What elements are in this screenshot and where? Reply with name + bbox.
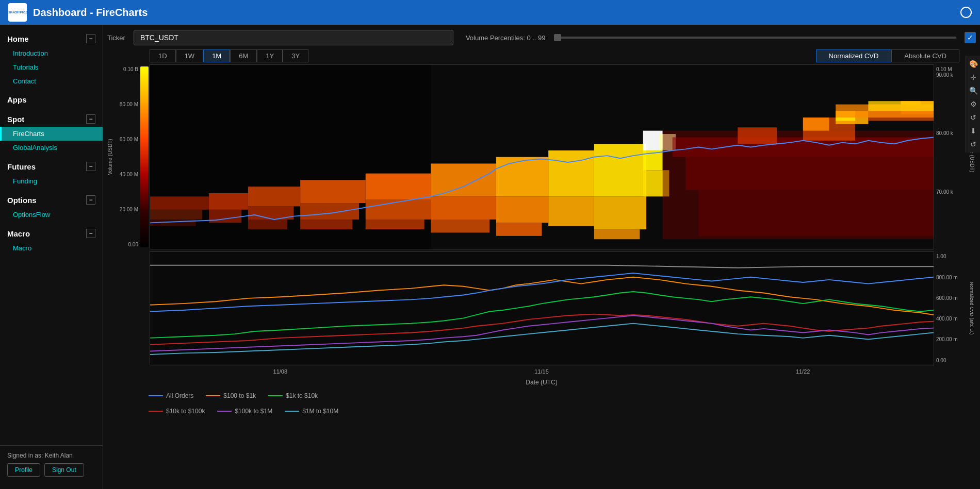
sidebar-section-home: Home − Introduction Tutorials Contact [0, 31, 103, 88]
sidebar-item-optionsflow[interactable]: OptionsFlow [0, 208, 103, 222]
svg-rect-12 [300, 220, 352, 229]
svg-rect-3 [150, 210, 202, 220]
content-area: 🎨 ✛ 🔍 ⚙ ↺ ⬇ ↺ Ticker Volume Percentiles:… [103, 25, 980, 489]
legend-line-100k-1m [217, 411, 232, 412]
time-buttons: 1D 1W 1M 6M 1Y 3Y [150, 49, 308, 62]
cvd-btn-normalized[interactable]: Normalized CVD [816, 49, 892, 62]
sidebar-item-introduction[interactable]: Introduction [0, 46, 103, 60]
ticker-label: Ticker [107, 34, 125, 42]
legend-100-1k: $100 to $1k [206, 392, 256, 399]
sidebar-item-funding[interactable]: Funding [0, 174, 103, 188]
time-btn-1d[interactable]: 1D [150, 49, 176, 62]
right-toolbar: 🎨 ✛ 🔍 ⚙ ↺ ⬇ ↺ [966, 56, 980, 153]
svg-rect-22 [548, 150, 594, 196]
svg-rect-2 [150, 196, 209, 210]
volume-axis-label: Volume (USDT) [107, 64, 118, 249]
time-btn-1m[interactable]: 1M [203, 49, 230, 62]
svg-rect-7 [248, 187, 300, 206]
color-wheel-icon[interactable]: 🎨 [968, 59, 978, 69]
volume-label: Volume Percentiles: 0 .. 99 [466, 34, 546, 42]
svg-rect-9 [248, 220, 287, 229]
svg-rect-37 [803, 117, 829, 131]
x-axis-labels: 11/08 11/15 11/22 [150, 367, 934, 376]
reset-icon[interactable]: ↺ [968, 139, 978, 149]
cvd-btn-absolute[interactable]: Absolute CVD [891, 49, 959, 62]
legend-1m-10m: $1M to $10M [285, 408, 338, 415]
svg-rect-6 [209, 210, 241, 223]
collapse-futures[interactable]: − [86, 162, 95, 171]
sidebar-item-firecharts[interactable]: FireCharts [0, 127, 103, 141]
logo-area: PARSIANCRYPTO.COM [8, 3, 27, 22]
download-icon[interactable]: ⬇ [968, 126, 978, 136]
zoom-icon[interactable]: 🔍 [968, 86, 978, 96]
legend-1k-10k: $1k to $10k [268, 392, 318, 399]
collapse-macro[interactable]: − [86, 229, 95, 238]
sidebar-header-apps[interactable]: Apps [0, 92, 103, 107]
sidebar-section-apps: Apps [0, 92, 103, 107]
svg-rect-13 [366, 174, 431, 200]
svg-rect-10 [300, 180, 366, 203]
sidebar-item-contact[interactable]: Contact [0, 74, 103, 88]
window-circle [960, 7, 972, 18]
svg-rect-24 [594, 144, 646, 196]
svg-rect-45 [150, 252, 934, 364]
checkbox-icon[interactable]: ✓ [965, 32, 976, 43]
button-row: 1D 1W 1M 6M 1Y 3Y Normalized CVD Absolut… [150, 49, 959, 62]
svg-rect-18 [431, 220, 489, 233]
svg-rect-26 [594, 229, 640, 239]
heatmap-container: Volume (USDT) 0.10 B 80.00 M 60.00 M 40.… [107, 64, 976, 249]
ticker-input[interactable] [134, 30, 453, 45]
legend-all-orders: All Orders [149, 392, 193, 399]
time-btn-1y[interactable]: 1Y [257, 49, 283, 62]
y-axis-labels: 0.10 B 80.00 M 60.00 M 40.00 M 20.00 M 0… [118, 64, 139, 249]
sidebar-item-globalanalysis[interactable]: GlobalAnalysis [0, 141, 103, 155]
refresh-icon[interactable]: ↺ [968, 112, 978, 123]
bottom-chart-canvas [150, 251, 934, 365]
collapse-home[interactable]: − [86, 34, 95, 43]
heatmap-svg [150, 65, 934, 249]
svg-rect-14 [366, 200, 431, 220]
chart-area: Ticker Volume Percentiles: 0 .. 99 ✓ 1D … [103, 25, 980, 489]
controls-row: Ticker Volume Percentiles: 0 .. 99 ✓ [107, 30, 976, 45]
sidebar: Home − Introduction Tutorials Contact Ap… [0, 25, 103, 489]
legend-line-1m-10m [285, 411, 299, 412]
heatmap-canvas [150, 64, 934, 249]
signed-in-label: Signed in as: Keith Alan [7, 452, 95, 459]
sidebar-item-macro[interactable]: Macro [0, 241, 103, 255]
time-btn-3y[interactable]: 3Y [283, 49, 308, 62]
svg-rect-25 [594, 196, 646, 229]
svg-rect-17 [431, 196, 496, 220]
svg-rect-23 [548, 196, 594, 226]
legend-10k-100k: $10k to $100k [149, 408, 205, 415]
x-axis-title: Date (UTC) [107, 379, 976, 386]
signout-button[interactable]: Sign Out [44, 463, 84, 477]
profile-button[interactable]: Profile [7, 463, 40, 477]
svg-rect-5 [209, 193, 248, 210]
legend-line-10k-100k [149, 411, 163, 412]
collapse-spot[interactable]: − [86, 114, 95, 124]
cvd-svg [150, 252, 934, 364]
sidebar-header-futures[interactable]: Futures − [0, 159, 103, 174]
footer-buttons: Profile Sign Out [7, 463, 95, 477]
svg-rect-34 [698, 190, 934, 236]
logo: PARSIANCRYPTO.COM [8, 3, 27, 22]
sidebar-item-tutorials[interactable]: Tutorials [0, 60, 103, 74]
sidebar-header-home[interactable]: Home − [0, 31, 103, 46]
svg-rect-21 [496, 223, 542, 236]
sidebar-header-macro[interactable]: Macro − [0, 226, 103, 241]
sidebar-section-macro: Macro − Macro [0, 226, 103, 255]
time-btn-1w[interactable]: 1W [176, 49, 204, 62]
slider-thumb[interactable] [554, 34, 561, 41]
sidebar-section-options: Options − OptionsFlow [0, 192, 103, 222]
move-icon[interactable]: ✛ [968, 72, 978, 82]
bottom-chart-container: 1.00 800.00 m 600.00 m 400.00 m 200.00 m… [107, 251, 976, 365]
slider-track[interactable] [554, 37, 956, 39]
sidebar-header-spot[interactable]: Spot − [0, 111, 103, 127]
page-title: Dashboard - FireCharts [33, 7, 148, 19]
volume-slider[interactable] [554, 37, 956, 39]
sidebar-header-options[interactable]: Options − [0, 192, 103, 208]
time-btn-6m[interactable]: 6M [230, 49, 257, 62]
settings-icon[interactable]: ⚙ [968, 99, 978, 109]
sidebar-footer: Signed in as: Keith Alan Profile Sign Ou… [0, 445, 103, 483]
collapse-options[interactable]: − [86, 195, 95, 205]
